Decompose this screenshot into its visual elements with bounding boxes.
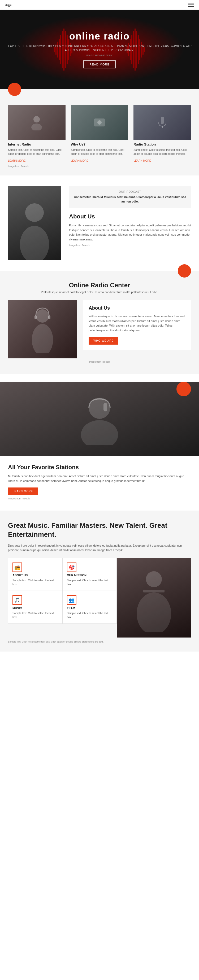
podcast-image-credit: Image from Freepik (69, 244, 191, 247)
radio-center-subtitle: Pellentesque sit amet porttitor eget dol… (8, 291, 191, 294)
who-we-are-button[interactable]: WHO WE ARE (89, 337, 118, 345)
radio-center-section: Online Radio Center Pellentesque sit ame… (0, 271, 199, 374)
svg-point-0 (33, 116, 40, 123)
music-icon-text: Sample text. Click to select the text bo… (13, 611, 58, 619)
col-image-radio-station (134, 105, 191, 140)
microphone-icon-1 (154, 115, 170, 130)
stations-content: All Your Favorite Stations Mi faucibus n… (0, 464, 199, 500)
icon-cell-music[interactable]: 🎵 MUSIC Sample text. Click to select the… (8, 591, 62, 624)
team-icon-text: Sample text. Click to select the text bo… (67, 611, 112, 619)
radio-center-image (8, 300, 77, 358)
icon-grid-left: 📻 ABOUT US Sample text. Click to select … (8, 558, 117, 638)
svg-point-1 (31, 124, 42, 130)
radio-center-title: Online Radio Center (8, 282, 191, 289)
radio-about-box: About Us With scelerisque in dictum non … (83, 300, 191, 350)
col-item-3: Radio Station Sample text. Click to sele… (134, 105, 191, 163)
icon-grid-right (117, 558, 191, 638)
icon-cell-our-mission[interactable]: 🎯 OUR MISSION Sample text. Click to sele… (62, 558, 117, 591)
icon-grid: 📻 ABOUT US Sample text. Click to select … (8, 558, 117, 624)
podcast-box-text: Consectetur libero id faucibus sed tinci… (73, 195, 187, 204)
svg-point-8 (36, 309, 49, 323)
person-silhouette (13, 197, 56, 260)
stations-hero-image (0, 382, 199, 456)
col-text-3: Sample text. Click to select the text bo… (134, 148, 191, 156)
learn-more-3[interactable]: LEARN MORE (134, 159, 151, 162)
learn-more-1[interactable]: LEARN MORE (8, 159, 25, 162)
great-music-section: Great Music. Familiar Masters. New Talen… (0, 511, 199, 553)
great-music-title: Great Music. Familiar Masters. New Talen… (8, 521, 191, 539)
col-title-1: Internet Radio (8, 142, 65, 146)
svg-point-16 (137, 592, 171, 632)
svg-rect-10 (35, 315, 37, 319)
bottom-text-section: Sample text. Click to select the text bo… (0, 638, 199, 652)
podcast-person-image (8, 186, 61, 260)
podcast-section: OUR PODCAST Consectetur libero id faucib… (0, 175, 199, 271)
mission-icon: 🎯 (67, 563, 76, 572)
music-icon-title: MUSIC (13, 606, 58, 610)
orange-dot-accent-2 (178, 264, 191, 278)
three-cols-container: Internet Radio Sample text. Click to sel… (8, 105, 191, 163)
orange-dot-accent-3 (177, 382, 191, 396)
stations-section: All Your Favorite Stations Mi faucibus n… (0, 382, 199, 511)
team-icon: 👥 (67, 595, 76, 605)
music-icon: 🎵 (13, 595, 22, 605)
three-columns-section: Internet Radio Sample text. Click to sel… (0, 89, 199, 175)
svg-point-9 (32, 324, 53, 353)
about-us-icon: 📻 (13, 563, 22, 572)
svg-point-15 (146, 571, 162, 587)
hero-content: online radio PEOPLE BETTER RETAIN WHAT T… (0, 31, 199, 68)
podcast-left (8, 186, 61, 260)
svg-point-7 (20, 226, 49, 260)
col-title-2: Why Us? (71, 142, 129, 146)
svg-rect-14 (103, 403, 107, 411)
col-image-why-us (71, 105, 129, 140)
hero-section: online radio PEOPLE BETTER RETAIN WHAT T… (0, 10, 199, 89)
svg-point-3 (97, 120, 102, 124)
header: logo (0, 0, 199, 10)
radio-about-text: With scelerisque in dictum non consectet… (89, 314, 186, 332)
about-us-text: Porta nibh venenatis cras sed. Sit amet … (69, 223, 191, 242)
radio-center-content: About Us With scelerisque in dictum non … (8, 300, 191, 358)
hero-image-credit: IMAGE FROM FREEPIK (0, 54, 199, 57)
radio-center-image-credit: Image from Freepik (8, 361, 191, 363)
learn-more-2[interactable]: LEARN MORE (71, 159, 88, 162)
stations-person-silhouette (60, 392, 139, 445)
stations-image-credit: Images from Freepik (8, 497, 191, 500)
hero-title: online radio (0, 31, 199, 42)
col-text-1: Sample text. Click to select the text bo… (8, 148, 65, 156)
about-us-icon-text: Sample text. Click to select the text bo… (13, 578, 58, 586)
icon-grid-image (117, 558, 191, 638)
icon-cell-team[interactable]: 👥 TEAM Sample text. Click to select the … (62, 591, 117, 624)
svg-point-6 (25, 203, 44, 222)
orange-dot-accent (8, 83, 21, 96)
bottom-text: Sample text. Click to select the text bo… (8, 640, 103, 643)
col-text-2: Sample text. Click to select the text bo… (71, 148, 129, 156)
our-mission-icon-text: Sample text. Click to select the text bo… (67, 578, 112, 586)
team-image-silhouette (127, 563, 180, 632)
stations-title: All Your Favorite Stations (8, 464, 191, 471)
dj-icon (92, 116, 107, 129)
col-image-internet-radio (8, 105, 65, 140)
podcast-right: OUR PODCAST Consectetur libero id faucib… (69, 186, 191, 260)
great-music-text: Duis aute irure dolor in reprehenderit i… (8, 543, 191, 553)
svg-rect-11 (48, 315, 50, 319)
read-more-button[interactable]: READ MORE (83, 60, 116, 68)
menu-toggle[interactable] (188, 3, 194, 6)
stations-text: Mi faucibus non tincidunt eget nullam no… (8, 474, 191, 483)
icon-grid-section: 📻 ABOUT US Sample text. Click to select … (0, 553, 199, 638)
person-icon-1 (29, 115, 45, 130)
logo: logo (5, 3, 12, 7)
team-icon-title: TEAM (67, 606, 112, 610)
podcast-box: OUR PODCAST Consectetur libero id faucib… (69, 186, 191, 208)
our-mission-icon-title: OUR MISSION (67, 574, 112, 577)
podcast-label: OUR PODCAST (73, 190, 187, 193)
svg-rect-4 (161, 117, 164, 124)
hero-subtitle: PEOPLE BETTER RETAIN WHAT THEY HEAR ON I… (0, 44, 199, 52)
about-us-icon-title: ABOUT US (13, 574, 58, 577)
col-title-3: Radio Station (134, 142, 191, 146)
about-us-title: About Us (69, 213, 191, 220)
stations-learn-more-button[interactable]: LEARN MORE (8, 487, 38, 495)
icon-cell-about-us[interactable]: 📻 ABOUT US Sample text. Click to select … (8, 558, 62, 591)
radio-person-silhouette (29, 305, 56, 353)
three-cols-image-credit: Image from Freepik (8, 165, 191, 167)
